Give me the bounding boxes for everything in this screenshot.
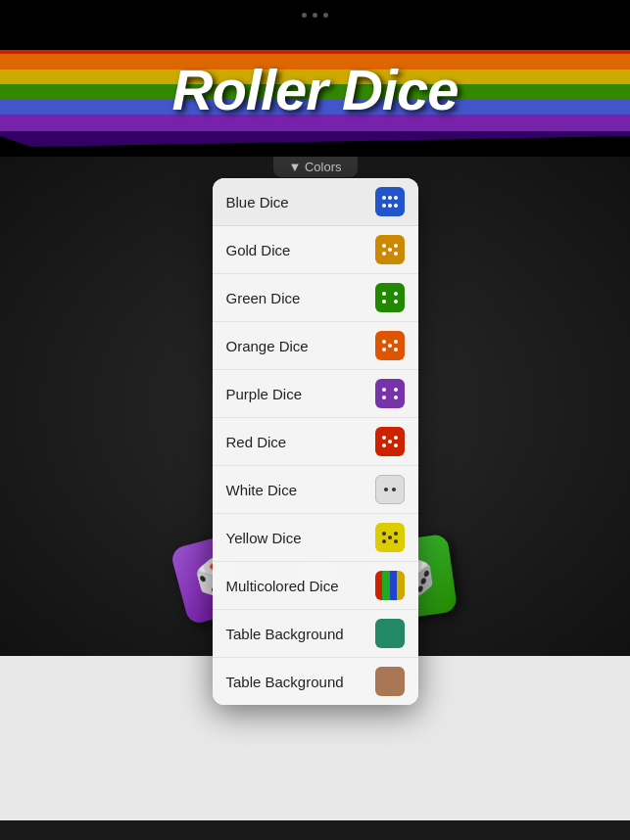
svg-point-12 — [394, 292, 398, 296]
status-dot — [323, 13, 328, 18]
menu-item-orange-dice[interactable]: Orange Dice — [213, 322, 418, 370]
svg-point-14 — [394, 300, 398, 303]
svg-point-17 — [388, 344, 392, 348]
svg-point-0 — [382, 196, 386, 200]
svg-point-20 — [382, 388, 386, 392]
menu-item-icon-green-dice — [375, 283, 405, 312]
svg-point-30 — [392, 488, 396, 491]
menu-item-icon-purple-dice — [375, 379, 405, 408]
menu-item-icon-gold-dice — [375, 235, 405, 264]
menu-item-label-table-bg-green: Table Background — [226, 626, 344, 642]
svg-point-6 — [382, 244, 386, 248]
svg-point-34 — [382, 539, 386, 543]
svg-point-24 — [382, 436, 386, 440]
svg-point-11 — [382, 292, 386, 296]
svg-point-28 — [394, 443, 398, 447]
menu-item-icon-white-dice — [375, 475, 405, 504]
menu-item-label-red-dice: Red Dice — [226, 434, 287, 450]
menu-item-icon-table-bg-green — [375, 619, 405, 648]
menu-item-label-blue-dice: Blue Dice — [226, 194, 289, 210]
banner-container: Roller Dice — [0, 29, 630, 157]
menu-item-purple-dice[interactable]: Purple Dice — [213, 370, 418, 418]
menu-item-table-bg-green[interactable]: Table Background — [213, 610, 418, 658]
svg-point-15 — [382, 340, 386, 344]
colors-label-text: ▼ Colors — [288, 160, 341, 174]
status-dot — [313, 13, 317, 18]
svg-point-31 — [382, 532, 386, 536]
svg-point-8 — [388, 248, 392, 252]
svg-point-21 — [394, 388, 398, 392]
menu-item-yellow-dice[interactable]: Yellow Dice — [213, 514, 418, 562]
menu-item-table-bg-brown[interactable]: Table Background — [213, 658, 418, 705]
menu-item-white-dice[interactable]: White Dice — [213, 466, 418, 514]
menu-item-label-multicolored-dice: Multicolored Dice — [226, 578, 339, 594]
menu-item-label-gold-dice: Gold Dice — [226, 242, 291, 258]
menu-item-multicolored-dice[interactable]: Multicolored Dice — [213, 562, 418, 610]
game-area: ▼ Colors Blue Dice Gold Dice Green Dice … — [0, 157, 630, 656]
svg-point-22 — [382, 396, 386, 399]
svg-point-19 — [394, 348, 398, 351]
menu-item-label-green-dice: Green Dice — [226, 290, 301, 306]
menu-item-label-table-bg-brown: Table Background — [226, 674, 344, 690]
svg-point-7 — [394, 244, 398, 248]
menu-item-blue-dice[interactable]: Blue Dice — [213, 178, 418, 226]
menu-item-icon-blue-dice — [375, 187, 405, 216]
menu-item-icon-multicolored-dice — [375, 571, 405, 600]
colors-dropdown-label[interactable]: ▼ Colors — [272, 157, 357, 177]
status-dot — [302, 13, 307, 18]
svg-point-26 — [388, 440, 392, 443]
menu-item-label-white-dice: White Dice — [226, 482, 298, 498]
svg-point-27 — [382, 443, 386, 447]
menu-item-icon-orange-dice — [375, 331, 405, 360]
svg-point-5 — [394, 204, 398, 208]
svg-point-4 — [388, 204, 392, 208]
app-title: Roller Dice — [0, 57, 630, 122]
svg-point-3 — [382, 204, 386, 208]
svg-point-35 — [394, 539, 398, 543]
menu-item-label-purple-dice: Purple Dice — [226, 386, 303, 402]
status-bar — [0, 0, 630, 29]
menu-item-red-dice[interactable]: Red Dice — [213, 418, 418, 466]
menu-item-gold-dice[interactable]: Gold Dice — [213, 226, 418, 274]
svg-point-16 — [394, 340, 398, 344]
menu-item-label-yellow-dice: Yellow Dice — [226, 530, 302, 546]
svg-point-29 — [384, 488, 388, 491]
status-dots — [302, 13, 328, 18]
svg-point-23 — [394, 396, 398, 399]
menu-item-icon-red-dice — [375, 427, 405, 456]
color-dropdown-menu: Blue Dice Gold Dice Green Dice Orange Di… — [213, 178, 418, 705]
svg-point-32 — [394, 532, 398, 536]
svg-point-10 — [394, 252, 398, 256]
svg-point-1 — [388, 196, 392, 200]
svg-point-18 — [382, 348, 386, 351]
svg-point-2 — [394, 196, 398, 200]
svg-point-9 — [382, 252, 386, 256]
svg-point-33 — [388, 536, 392, 539]
menu-item-icon-table-bg-brown — [375, 667, 405, 696]
svg-point-25 — [394, 436, 398, 440]
menu-item-label-orange-dice: Orange Dice — [226, 338, 309, 354]
menu-item-icon-yellow-dice — [375, 523, 405, 552]
svg-point-13 — [382, 300, 386, 303]
menu-item-green-dice[interactable]: Green Dice — [213, 274, 418, 322]
